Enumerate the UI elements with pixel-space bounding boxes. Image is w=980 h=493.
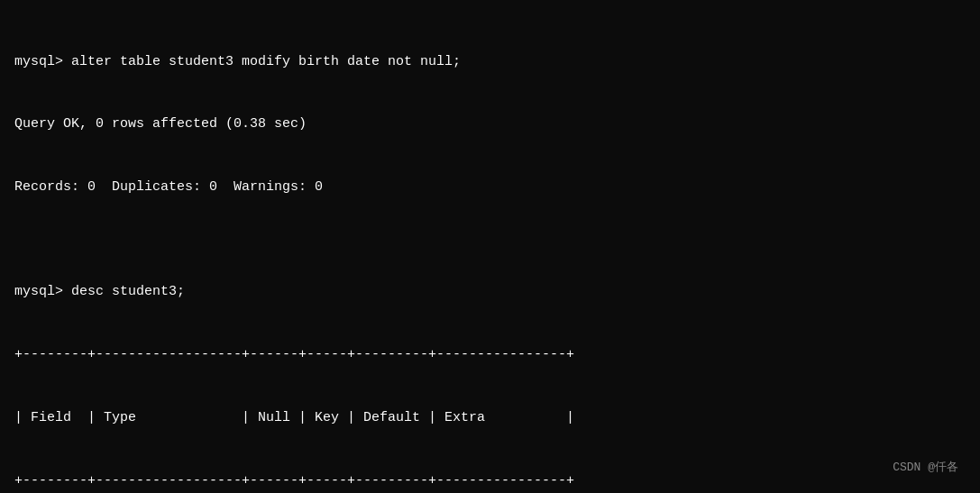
- line-7: | Field | Type | Null | Key | Default | …: [14, 407, 966, 428]
- line-5: mysql> desc student3;: [14, 281, 966, 302]
- terminal-window: mysql> alter table student3 modify birth…: [14, 9, 966, 484]
- watermark: CSDN @仟各: [893, 459, 958, 477]
- line-6: +--------+------------------+------+----…: [14, 344, 966, 365]
- line-2: Query OK, 0 rows affected (0.38 sec): [14, 114, 966, 134]
- line-3: Records: 0 Duplicates: 0 Warnings: 0: [14, 177, 966, 197]
- terminal-output: mysql> alter table student3 modify birth…: [14, 9, 966, 493]
- line-1: mysql> alter table student3 modify birth…: [14, 51, 966, 72]
- line-8: +--------+------------------+------+----…: [14, 470, 966, 491]
